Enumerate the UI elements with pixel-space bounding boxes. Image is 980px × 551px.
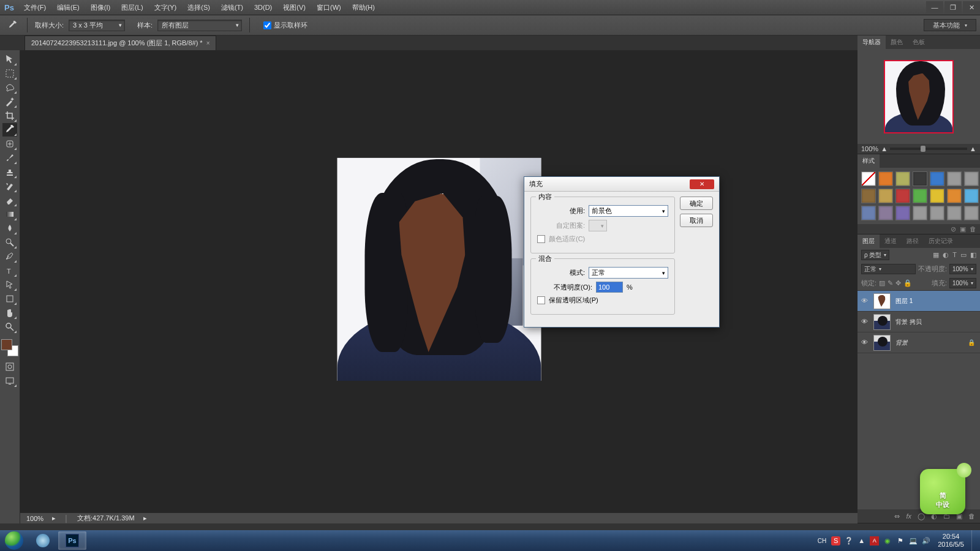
blend-mode-select[interactable]: 正常 xyxy=(861,264,916,274)
style-swatch-10[interactable] xyxy=(913,189,927,203)
history-brush-tool-icon[interactable] xyxy=(2,179,17,193)
layer-fill-input[interactable]: 100% xyxy=(949,278,976,288)
style-swatch-13[interactable] xyxy=(964,189,979,203)
menu-3d[interactable]: 3D(D) xyxy=(249,0,277,15)
layer-thumbnail[interactable] xyxy=(873,293,891,309)
maximize-button[interactable]: ❐ xyxy=(944,1,962,13)
menu-type[interactable]: 文字(Y) xyxy=(149,0,183,15)
dialog-close-button[interactable]: ✕ xyxy=(690,179,714,189)
style-swatch-0[interactable] xyxy=(861,171,876,186)
style-swatch-11[interactable] xyxy=(930,189,944,203)
dialog-titlebar[interactable]: 填充 ✕ xyxy=(524,177,719,192)
layer-thumbnail[interactable] xyxy=(873,335,891,351)
lock-all-icon[interactable]: 🔒 xyxy=(903,279,912,287)
style-swatch-16[interactable] xyxy=(895,206,910,220)
style-swatch-19[interactable] xyxy=(947,206,962,220)
marquee-tool-icon[interactable] xyxy=(2,67,17,80)
zoom-in-icon[interactable]: ▲ xyxy=(970,145,976,152)
close-button[interactable]: ✕ xyxy=(963,1,980,13)
style-swatch-5[interactable] xyxy=(947,171,962,186)
visibility-toggle-icon[interactable]: 👁 xyxy=(860,318,869,326)
lock-position-icon[interactable]: ✥ xyxy=(895,279,901,287)
style-swatch-15[interactable] xyxy=(878,206,893,220)
floating-widget[interactable]: 简 中设 xyxy=(920,469,965,514)
visibility-toggle-icon[interactable]: 👁 xyxy=(860,339,869,347)
filter-smart-icon[interactable]: ◧ xyxy=(970,251,976,259)
layer-opacity-input[interactable]: 100% xyxy=(949,264,976,274)
path-selection-tool-icon[interactable] xyxy=(2,278,17,291)
color-swatch[interactable] xyxy=(1,339,18,356)
use-select[interactable]: 前景色 xyxy=(589,205,668,217)
taskbar-photoshop[interactable]: Ps xyxy=(58,531,86,550)
menu-filter[interactable]: 滤镜(T) xyxy=(216,0,249,15)
layer-mask-icon[interactable]: ◯ xyxy=(918,512,925,520)
workspace-switcher[interactable]: 基本功能 xyxy=(924,19,976,31)
crop-tool-icon[interactable] xyxy=(2,109,17,122)
mode-select[interactable]: 正常 xyxy=(589,267,668,279)
layer-filter-select[interactable]: ρ 类型 xyxy=(861,250,889,260)
menu-layer[interactable]: 图层(L) xyxy=(116,0,148,15)
quick-mask-icon[interactable] xyxy=(2,360,17,373)
tab-color[interactable]: 颜色 xyxy=(886,36,908,49)
menu-view[interactable]: 视图(V) xyxy=(277,0,311,15)
blur-tool-icon[interactable] xyxy=(2,222,17,235)
sample-size-select[interactable]: 3 x 3 平均 xyxy=(69,20,125,31)
healing-brush-tool-icon[interactable] xyxy=(2,137,17,151)
menu-image[interactable]: 图像(I) xyxy=(85,0,116,15)
menu-edit[interactable]: 编辑(E) xyxy=(51,0,85,15)
filter-pixel-icon[interactable]: ▦ xyxy=(933,251,939,259)
style-swatch-1[interactable] xyxy=(878,171,893,186)
clone-stamp-tool-icon[interactable] xyxy=(2,165,17,179)
filter-type-icon[interactable]: T xyxy=(952,251,957,259)
foreground-color[interactable] xyxy=(1,339,12,350)
zoom-popup-icon[interactable]: ▸ xyxy=(52,514,56,522)
style-swatch-2[interactable] xyxy=(895,171,910,186)
style-swatch-18[interactable] xyxy=(930,206,944,220)
eyedropper-tool-icon[interactable] xyxy=(2,123,17,137)
lock-image-icon[interactable]: ✎ xyxy=(888,279,893,287)
tab-navigator[interactable]: 导航器 xyxy=(858,36,886,49)
lasso-tool-icon[interactable] xyxy=(2,81,17,94)
canvas[interactable] xyxy=(337,157,541,380)
magic-wand-tool-icon[interactable] xyxy=(2,95,17,108)
minimize-button[interactable]: — xyxy=(926,1,943,13)
zoom-value[interactable]: 100% xyxy=(26,515,43,522)
opacity-input[interactable]: 100 xyxy=(596,282,623,293)
layer-row-1[interactable]: 👁背景 拷贝 xyxy=(858,312,980,332)
tray-adobe-icon[interactable]: A xyxy=(870,536,879,545)
eraser-tool-icon[interactable] xyxy=(2,193,17,207)
tab-paths[interactable]: 路径 xyxy=(902,234,924,248)
style-swatch-14[interactable] xyxy=(861,206,876,220)
zoom-tool-icon[interactable] xyxy=(2,320,17,334)
tab-channels[interactable]: 通道 xyxy=(880,234,902,248)
preserve-transparency-checkbox[interactable] xyxy=(537,296,545,304)
shape-tool-icon[interactable] xyxy=(2,292,17,305)
taskbar-clock[interactable]: 20:54 2016/5/5 xyxy=(934,533,968,549)
style-swatch-4[interactable] xyxy=(930,171,944,186)
status-menu-icon[interactable]: ▸ xyxy=(143,514,147,522)
tray-volume-icon[interactable]: 🔊 xyxy=(921,536,930,545)
layer-fx-icon[interactable]: fx xyxy=(906,512,911,520)
zoom-out-icon[interactable]: ▲ xyxy=(881,145,888,152)
navigator-thumbnail[interactable] xyxy=(884,60,954,133)
sample-layers-select[interactable]: 所有图层 xyxy=(157,20,242,31)
styles-no-icon[interactable]: ⊘ xyxy=(951,225,956,233)
style-swatch-17[interactable] xyxy=(913,206,927,220)
brush-tool-icon[interactable] xyxy=(2,151,17,165)
cancel-button[interactable]: 取消 xyxy=(680,214,713,227)
dodge-tool-icon[interactable] xyxy=(2,236,17,249)
show-sampling-ring-checkbox[interactable]: 显示取样环 xyxy=(263,21,307,30)
tray-network-icon[interactable]: 💻 xyxy=(908,536,918,545)
ime-indicator[interactable]: CH xyxy=(816,538,827,544)
filter-shape-icon[interactable]: ▭ xyxy=(960,251,967,259)
visibility-toggle-icon[interactable]: 👁 xyxy=(860,297,869,305)
style-swatch-3[interactable] xyxy=(913,171,927,186)
ok-button[interactable]: 确定 xyxy=(680,197,713,210)
start-button[interactable] xyxy=(0,530,28,551)
type-tool-icon[interactable]: T xyxy=(2,264,17,277)
zoom-slider-thumb[interactable] xyxy=(921,146,925,152)
menu-window[interactable]: 窗口(W) xyxy=(311,0,347,15)
tab-styles[interactable]: 样式 xyxy=(858,154,880,168)
menu-select[interactable]: 选择(S) xyxy=(182,0,216,15)
show-desktop-button[interactable] xyxy=(971,530,976,551)
